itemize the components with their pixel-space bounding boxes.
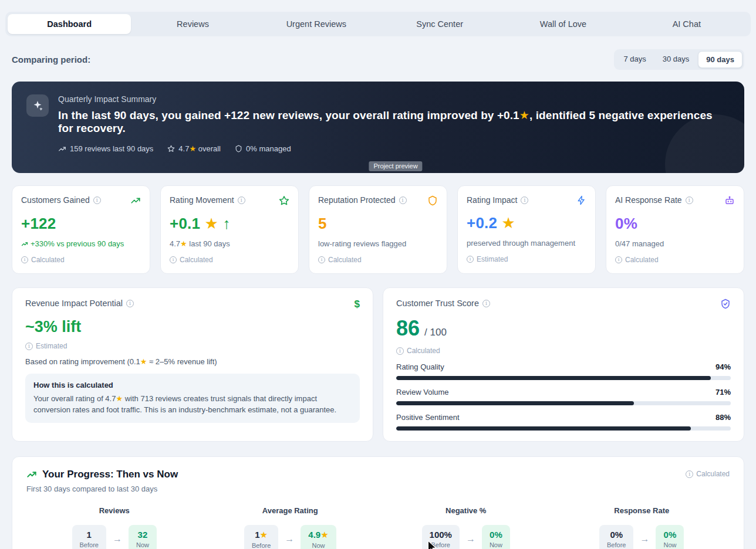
trend-up-icon [130,195,141,206]
now-box: 0%Now [656,525,684,549]
card-subtext: +330% vs previous 90 days [21,239,141,248]
bar-label: Positive Sentiment [396,413,460,422]
card-reputation-protected: Reputation Protectedi 5 low-rating revie… [309,185,447,274]
star-outline-icon [167,145,175,152]
mid-panels-row: Revenue Impact Potentiali $ ~3% lift iEs… [12,287,744,442]
trust-bar-review-volume: Review Volume71% [396,388,731,405]
info-icon: i [170,256,177,263]
progress-footnote: iCalculated [686,470,730,478]
card-footnote: iCalculated [170,256,289,264]
tab-ai-chat[interactable]: AI Chat [625,14,748,34]
info-icon[interactable]: i [93,196,101,204]
tab-urgent-reviews[interactable]: Urgent Reviews [255,14,378,34]
metric-label: Negative % [446,506,486,515]
info-icon[interactable]: i [399,196,407,204]
hero-title: Quarterly Impact Summary [58,94,729,104]
card-customers-gained: Customers Gainedi +122 +330% vs previous… [12,185,150,274]
trend-up-icon [58,145,66,153]
customer-trust-card: Customer Trust Scorei 86 / 100 iCalculat… [383,287,744,442]
card-value: +0.1 ★ ↑ [170,215,289,233]
tab-wall-of-love[interactable]: Wall of Love [501,14,625,34]
card-subtext: low-rating reviews flagged [318,239,438,248]
card-rating-impact: Rating Impacti +0.2 ★ preserved through … [457,185,596,274]
bar-track [396,376,731,380]
metric-label: Response Rate [614,506,669,515]
hero-stat-reviews: 159 reviews last 90 days [58,144,153,153]
how-calculated-body: Your overall rating of 4.7★ with 713 rev… [33,394,352,416]
metric-label: Reviews [99,506,130,515]
shield-check-icon [720,299,731,309]
stat-cards-row: Customers Gainedi +122 +330% vs previous… [12,185,744,274]
card-value: +0.2 ★ [467,214,586,232]
before-box: 1Before [72,525,106,549]
progress-then-vs-now-card: Your Progress: Then vs Now iCalculated F… [12,456,744,549]
card-title: Reputation Protectedi [318,195,407,205]
trust-footnote: iCalculated [396,347,731,355]
bar-value: 71% [716,388,731,396]
panel-title: Customer Trust Scorei [396,299,490,308]
quarterly-impact-banner: Quarterly Impact Summary In the last 90 … [12,82,744,173]
arrow-right-icon: → [466,534,475,544]
card-value: +122 [21,215,141,233]
now-box: 4.9★Now [301,525,336,549]
hero-stat-overall-text: 4.7★ overall [178,144,221,153]
info-icon: i [21,256,28,263]
period-30-days-button[interactable]: 30 days [655,51,697,68]
hero-stat-managed: 0% managed [235,144,291,153]
info-icon[interactable]: i [482,300,490,307]
info-icon: i [467,256,474,263]
info-icon[interactable]: i [238,196,245,204]
reviews-dashboard-page: Dashboard Reviews Urgent Reviews Sync Ce… [0,12,756,549]
tab-dashboard[interactable]: Dashboard [8,14,131,34]
trend-up-icon [26,469,37,480]
star-outline-icon [279,195,289,206]
before-box: 0%Before [599,525,633,549]
top-nav: Dashboard Reviews Urgent Reviews Sync Ce… [5,12,751,36]
how-calculated-title: How this is calculated [33,381,352,389]
period-90-days-button[interactable]: 90 days [698,51,743,68]
card-rating-movement: Rating Movementi +0.1 ★ ↑ 4.7★ last 90 d… [160,185,299,274]
bar-fill [396,376,711,380]
card-value: 5 [318,215,438,233]
progress-subtitle: First 30 days compared to last 30 days [26,484,730,493]
trust-bar-rating-quality: Rating Quality94% [396,362,731,380]
hero-stats: 159 reviews last 90 days 4.7★ overall 0%… [58,144,729,153]
bar-value: 94% [716,362,731,371]
card-subtext: preserved through management [467,239,586,248]
card-footnote: iCalculated [318,256,438,264]
period-7-days-button[interactable]: 7 days [616,51,653,68]
shield-icon [235,145,242,152]
info-icon: i [318,256,325,263]
now-box: 0%Now [482,525,510,549]
card-title: AI Response Ratei [615,195,693,205]
dollar-icon: $ [355,299,360,310]
bar-fill [396,426,691,431]
info-icon: i [396,347,404,355]
trust-score: 86 [396,316,420,341]
metric-response-rate: Response Rate 0%Before → 0%Now [554,506,730,549]
bar-track [396,426,731,431]
card-ai-response-rate: AI Response Ratei 0% 0/47 managed iCalcu… [606,185,744,274]
card-subtext: 0/47 managed [615,239,735,248]
metric-label: Average Rating [262,506,318,515]
revenue-impact-card: Revenue Impact Potentiali $ ~3% lift iEs… [12,287,373,442]
panel-title: Revenue Impact Potentiali [25,299,134,308]
bar-value: 88% [716,413,731,422]
card-footnote: iCalculated [615,256,735,264]
info-icon[interactable]: i [686,196,693,204]
before-box: 1★Before [244,525,278,549]
info-icon: i [25,343,33,350]
tab-reviews[interactable]: Reviews [131,14,254,34]
card-subtext: 4.7★ last 90 days [170,239,289,248]
tab-sync-center[interactable]: Sync Center [378,14,501,34]
progress-title: Your Progress: Then vs Now [42,469,178,480]
info-icon[interactable]: i [521,196,528,204]
arrow-right-icon: → [285,534,294,544]
hero-stat-managed-text: 0% managed [246,144,291,153]
bar-label: Rating Quality [396,362,444,371]
period-row: Comparing period: 7 days 30 days 90 days [12,49,744,70]
metric-average-rating: Average Rating 1★Before → 4.9★Now [203,506,379,549]
period-selector: 7 days 30 days 90 days [614,49,744,70]
how-calculated-box: How this is calculated Your overall rati… [25,374,360,423]
info-icon[interactable]: i [126,300,134,307]
